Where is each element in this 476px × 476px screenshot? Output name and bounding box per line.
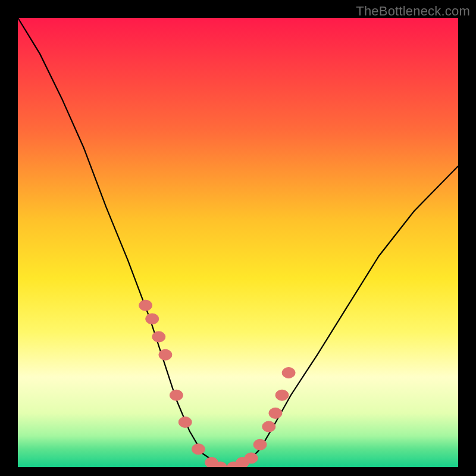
curve-marker bbox=[152, 331, 165, 342]
curve-marker bbox=[245, 453, 258, 464]
bottleneck-curve-path bbox=[18, 18, 458, 467]
curve-marker bbox=[192, 444, 205, 455]
curve-marker bbox=[146, 314, 159, 324]
plot-area bbox=[18, 18, 458, 467]
curve-svg bbox=[18, 18, 458, 467]
curve-marker bbox=[282, 368, 295, 378]
curve-marker bbox=[170, 390, 183, 400]
marker-group bbox=[139, 300, 296, 467]
curve-marker bbox=[178, 417, 192, 428]
chart-frame: TheBottleneck.com bbox=[0, 0, 476, 476]
watermark-text: TheBottleneck.com bbox=[356, 4, 470, 19]
curve-marker bbox=[139, 300, 152, 311]
curve-marker bbox=[262, 421, 275, 432]
curve-marker bbox=[275, 390, 289, 400]
curve-marker bbox=[159, 349, 172, 360]
curve-marker bbox=[269, 408, 282, 418]
curve-marker bbox=[253, 439, 267, 450]
